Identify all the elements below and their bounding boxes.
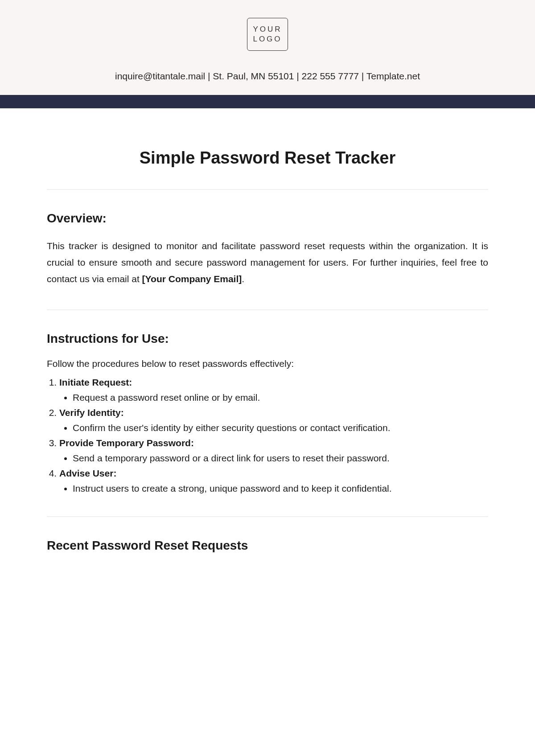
- instruction-step: Verify Identity: Confirm the user's iden…: [59, 407, 488, 433]
- divider: [47, 516, 488, 517]
- logo-text-line1: YOUR: [253, 25, 282, 34]
- step-title: Provide Temporary Password:: [59, 438, 194, 448]
- overview-text-after: .: [242, 274, 244, 284]
- logo-placeholder: YOUR LOGO: [247, 18, 288, 51]
- divider: [47, 189, 488, 190]
- logo-text-line2: LOGO: [253, 34, 282, 44]
- step-detail: Request a password reset online or by em…: [73, 392, 488, 403]
- instruction-step: Provide Temporary Password: Send a tempo…: [59, 438, 488, 464]
- page-title: Simple Password Reset Tracker: [47, 148, 488, 168]
- main-content: Simple Password Reset Tracker Overview: …: [0, 108, 535, 553]
- step-detail-list: Request a password reset online or by em…: [59, 392, 488, 403]
- divider: [47, 309, 488, 310]
- overview-heading: Overview:: [47, 211, 488, 226]
- step-title: Advise User:: [59, 468, 116, 478]
- instructions-heading: Instructions for Use:: [47, 332, 488, 346]
- header-divider-bar: [0, 95, 535, 108]
- instruction-step: Advise User: Instruct users to create a …: [59, 468, 488, 494]
- step-detail: Confirm the user's identity by either se…: [73, 423, 488, 433]
- step-detail: Send a temporary password or a direct li…: [73, 453, 488, 464]
- step-detail: Instruct users to create a strong, uniqu…: [73, 483, 488, 494]
- overview-text: This tracker is designed to monitor and …: [47, 238, 488, 287]
- step-title: Verify Identity:: [59, 407, 124, 418]
- contact-info: inquire@titantale.mail | St. Paul, MN 55…: [0, 71, 535, 82]
- instructions-list: Initiate Request: Request a password res…: [47, 377, 488, 494]
- overview-bold-placeholder: [Your Company Email]: [142, 274, 242, 284]
- instructions-intro: Follow the procedures below to reset pas…: [47, 358, 488, 369]
- step-detail-list: Send a temporary password or a direct li…: [59, 453, 488, 464]
- recent-requests-heading: Recent Password Reset Requests: [47, 538, 488, 553]
- step-detail-list: Confirm the user's identity by either se…: [59, 423, 488, 433]
- step-detail-list: Instruct users to create a strong, uniqu…: [59, 483, 488, 494]
- instruction-step: Initiate Request: Request a password res…: [59, 377, 488, 403]
- header-section: YOUR LOGO inquire@titantale.mail | St. P…: [0, 0, 535, 95]
- step-title: Initiate Request:: [59, 377, 132, 387]
- overview-text-before: This tracker is designed to monitor and …: [47, 241, 488, 284]
